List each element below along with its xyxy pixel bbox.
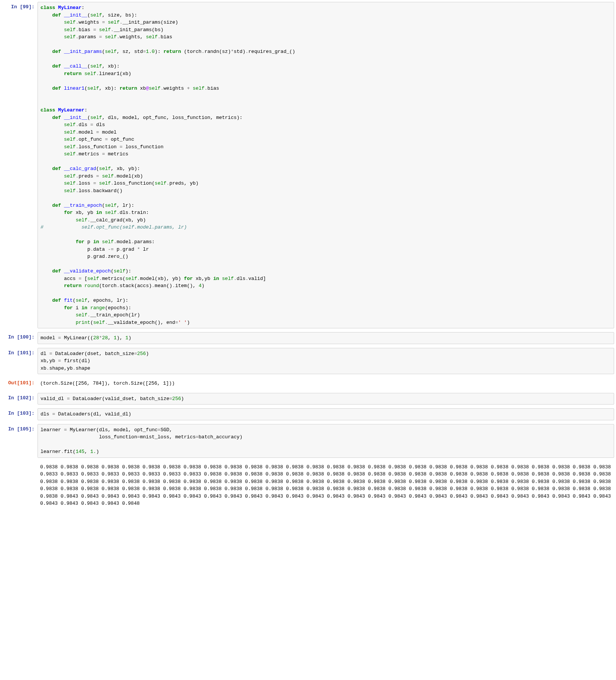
code-token: . [96, 71, 99, 77]
code-token: fit( [64, 449, 75, 454]
code-token: ( [87, 12, 90, 18]
code-token: 256 [137, 351, 146, 357]
code-token: self [90, 63, 102, 69]
code-token: print [76, 320, 90, 325]
code-token: = [58, 358, 61, 364]
code-token: model [78, 129, 96, 135]
code-token: = [67, 396, 70, 402]
code-token: = [175, 320, 178, 325]
code-token: 1 [125, 335, 128, 341]
code-token [190, 86, 193, 91]
input-prompt[interactable]: In [99]: [0, 2, 38, 328]
code-token: def [52, 115, 61, 120]
code-input[interactable]: dls = DataLoaders(dl, valid_dl) [38, 408, 614, 420]
code-token: 28 [102, 335, 108, 341]
code-token: @ [146, 86, 149, 91]
code-token: . [117, 210, 120, 215]
output-prompt [0, 462, 38, 509]
code-token: ): [155, 49, 163, 54]
code-token: model [41, 335, 58, 341]
code-token: loss [78, 181, 93, 186]
code-token: in [213, 276, 219, 281]
code-token [99, 239, 102, 245]
code-token: self [90, 12, 102, 18]
code-token: . [111, 27, 114, 33]
code-token: for [76, 239, 84, 245]
code-token: , [84, 449, 90, 454]
code-token: . [111, 181, 114, 186]
code-token: . [117, 283, 120, 289]
code-token [96, 27, 99, 33]
code-token: ( [102, 203, 105, 208]
code-token: self [102, 239, 114, 245]
code-token: self [64, 144, 75, 150]
code-input[interactable]: valid_dl = DataLoader(valid_dset, batch_… [38, 393, 614, 405]
code-token: in [93, 239, 99, 245]
code-token: data [93, 247, 108, 252]
code-input[interactable]: model = MyLinear((28*28, 1), 1) [38, 332, 614, 344]
code-token: self [146, 34, 158, 40]
code-cell: In [105]:learner = MyLearner(dls, model,… [0, 422, 616, 460]
code-token: 256 [172, 396, 181, 402]
code-token: ) [181, 396, 184, 402]
code-token [219, 276, 222, 281]
input-prompt[interactable]: In [103]: [0, 408, 38, 420]
code-token: . [158, 34, 161, 40]
code-token: MyLinear(( [61, 335, 93, 341]
code-token: self [125, 276, 137, 281]
code-token: self [155, 181, 166, 186]
code-token: in [96, 210, 102, 215]
code-token: DataLoaders(dl, valid_dl) [55, 411, 131, 417]
code-token: self [64, 151, 75, 157]
code-token: DataLoader(dset, batch_size [52, 351, 134, 357]
code-token [55, 5, 58, 11]
code-token: MyLearner [58, 107, 84, 113]
code-token: metrics( [102, 276, 125, 281]
code-token: mean() [155, 283, 172, 289]
code-token: = [99, 34, 102, 40]
code-input[interactable]: dl = DataLoader(dset, batch_size=256) xb… [38, 348, 614, 375]
code-token: self [99, 166, 111, 172]
code-token: 1. [90, 449, 96, 454]
code-token: . [245, 276, 248, 281]
code-token: round [84, 283, 99, 289]
code-token: __init__ [64, 115, 87, 120]
code-token: self [64, 181, 75, 186]
output-cell: 0.9838 0.9838 0.9838 0.9838 0.9838 0.983… [0, 460, 616, 511]
code-token: ( [96, 166, 99, 172]
code-token: self [99, 27, 111, 33]
code-token: grad [122, 247, 137, 252]
code-token: . [120, 20, 123, 25]
code-token: shape,yb [49, 366, 72, 371]
code-token: weights [164, 86, 187, 91]
code-token: (torch [99, 283, 117, 289]
code-token: MyLinear [58, 5, 81, 11]
input-prompt[interactable]: In [102]: [0, 393, 38, 405]
code-input[interactable]: class MyLinear: def __init__(self, size,… [38, 2, 614, 328]
code-token: range [90, 305, 105, 311]
code-token: self [102, 173, 114, 179]
code-token: . [161, 86, 164, 91]
code-token: [ [81, 276, 87, 281]
code-token: preds [78, 173, 96, 179]
code-token: return [64, 283, 81, 289]
code-input[interactable]: learner = MyLearner(dls, model, opt_func… [38, 424, 614, 458]
code-token: . [117, 34, 120, 40]
input-prompt[interactable]: In [105]: [0, 424, 38, 458]
code-token: self [64, 122, 75, 128]
code-token: self [105, 210, 117, 215]
code-token: weights, [120, 34, 146, 40]
code-token: __validate_epoch [64, 268, 111, 274]
input-prompt[interactable]: In [100]: [0, 332, 38, 344]
code-token: ( [73, 298, 76, 303]
code-token: model [117, 239, 131, 245]
input-prompt[interactable]: In [101]: [0, 348, 38, 375]
code-token: class [41, 5, 55, 11]
code-token: model(xb), yb) [140, 276, 184, 281]
code-token: 1 [114, 335, 117, 341]
code-token: __calc_grad(xb, yb) [90, 217, 146, 223]
notebook-container: In [99]:class MyLinear: def __init__(sel… [0, 0, 616, 511]
code-token: def [52, 63, 61, 69]
code-token: ) [187, 320, 190, 325]
code-token: . [128, 210, 131, 215]
